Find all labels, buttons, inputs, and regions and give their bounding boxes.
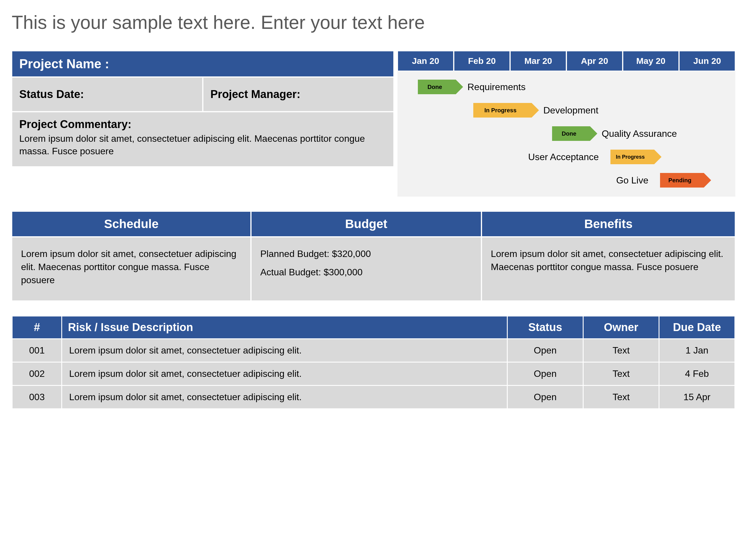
status-arrow: In Progress — [611, 150, 654, 164]
status-text: Done — [428, 84, 442, 90]
budget-body: Planned Budget: $320,000 Actual Budget: … — [251, 237, 482, 301]
benefits-column: Benefits Lorem ipsum dolor sit amet, con… — [482, 211, 735, 301]
budget-actual: Actual Budget: $300,000 — [260, 266, 472, 279]
commentary-text: Lorem ipsum dolor sit amet, consectetuer… — [19, 132, 386, 158]
status-text: Pending — [669, 177, 692, 184]
month-cell: Apr 20 — [566, 51, 623, 71]
gantt-label: Requirements — [467, 82, 525, 92]
gantt-row: DoneQuality Assurance — [400, 122, 732, 145]
month-cell: Feb 20 — [454, 51, 510, 71]
page-title: This is your sample text here. Enter you… — [12, 12, 735, 33]
timeline-panel: Jan 20Feb 20Mar 20Apr 20May 20Jun 20 Don… — [397, 51, 735, 196]
budget-header: Budget — [251, 211, 482, 237]
gantt-label: Development — [543, 105, 598, 116]
project-info-panel: Project Name : Status Date: Project Mana… — [12, 51, 394, 196]
cell-num: 003 — [12, 385, 62, 409]
month-cell: May 20 — [623, 51, 679, 71]
cell-num: 002 — [12, 362, 62, 385]
cell-due: 4 Feb — [659, 362, 735, 385]
project-manager-label: Project Manager: — [203, 77, 394, 112]
table-row: 001Lorem ipsum dolor sit amet, consectet… — [12, 339, 735, 362]
gantt-label: Go Live — [561, 175, 648, 186]
cell-owner: Text — [583, 339, 659, 362]
commentary-box: Project Commentary: Lorem ipsum dolor si… — [12, 112, 394, 167]
th-num: # — [12, 316, 62, 339]
cell-desc: Lorem ipsum dolor sit amet, consectetuer… — [62, 339, 508, 362]
cell-due: 15 Apr — [659, 385, 735, 409]
gantt-row: In ProgressDevelopment — [400, 99, 732, 122]
gantt-row: Go LivePending — [400, 168, 732, 192]
schedule-header: Schedule — [12, 211, 251, 237]
gantt-row: User AcceptanceIn Progress — [400, 145, 732, 168]
cell-status: Open — [508, 339, 583, 362]
cell-num: 001 — [12, 339, 62, 362]
table-row: 002Lorem ipsum dolor sit amet, consectet… — [12, 362, 735, 385]
status-text: In Progress — [616, 154, 645, 160]
benefits-body: Lorem ipsum dolor sit amet, consectetuer… — [482, 237, 735, 301]
schedule-body: Lorem ipsum dolor sit amet, consectetuer… — [12, 237, 251, 301]
gantt-label: User Acceptance — [511, 152, 599, 162]
top-section: Project Name : Status Date: Project Mana… — [12, 51, 735, 196]
commentary-label: Project Commentary: — [19, 118, 386, 131]
status-text: Done — [562, 130, 576, 137]
month-cell: Mar 20 — [510, 51, 566, 71]
th-desc: Risk / Issue Description — [62, 316, 508, 339]
month-cell: Jan 20 — [397, 51, 454, 71]
cell-due: 1 Jan — [659, 339, 735, 362]
mid-section: Schedule Lorem ipsum dolor sit amet, con… — [12, 211, 735, 301]
risk-table: # Risk / Issue Description Status Owner … — [12, 316, 735, 409]
status-arrow: Pending — [660, 173, 704, 188]
gantt-row: DoneRequirements — [400, 75, 732, 99]
gantt-label: Quality Assurance — [602, 128, 677, 139]
th-owner: Owner — [583, 316, 659, 339]
month-header-row: Jan 20Feb 20Mar 20Apr 20May 20Jun 20 — [397, 51, 735, 71]
status-arrow: Done — [418, 80, 456, 94]
cell-status: Open — [508, 385, 583, 409]
cell-status: Open — [508, 362, 583, 385]
status-text: In Progress — [484, 107, 516, 114]
project-name-label: Project Name : — [12, 51, 394, 77]
benefits-header: Benefits — [482, 211, 735, 237]
cell-owner: Text — [583, 385, 659, 409]
status-date-label: Status Date: — [12, 77, 203, 112]
budget-planned: Planned Budget: $320,000 — [260, 247, 472, 261]
month-cell: Jun 20 — [679, 51, 735, 71]
th-status: Status — [508, 316, 583, 339]
cell-owner: Text — [583, 362, 659, 385]
schedule-column: Schedule Lorem ipsum dolor sit amet, con… — [12, 211, 251, 301]
status-arrow: Done — [552, 126, 590, 141]
cell-desc: Lorem ipsum dolor sit amet, consectetuer… — [62, 385, 508, 409]
status-arrow: In Progress — [473, 103, 532, 117]
table-row: 003Lorem ipsum dolor sit amet, consectet… — [12, 385, 735, 409]
budget-column: Budget Planned Budget: $320,000 Actual B… — [251, 211, 482, 301]
cell-desc: Lorem ipsum dolor sit amet, consectetuer… — [62, 362, 508, 385]
gantt-body: DoneRequirementsIn ProgressDevelopmentDo… — [397, 71, 735, 196]
th-due: Due Date — [659, 316, 735, 339]
